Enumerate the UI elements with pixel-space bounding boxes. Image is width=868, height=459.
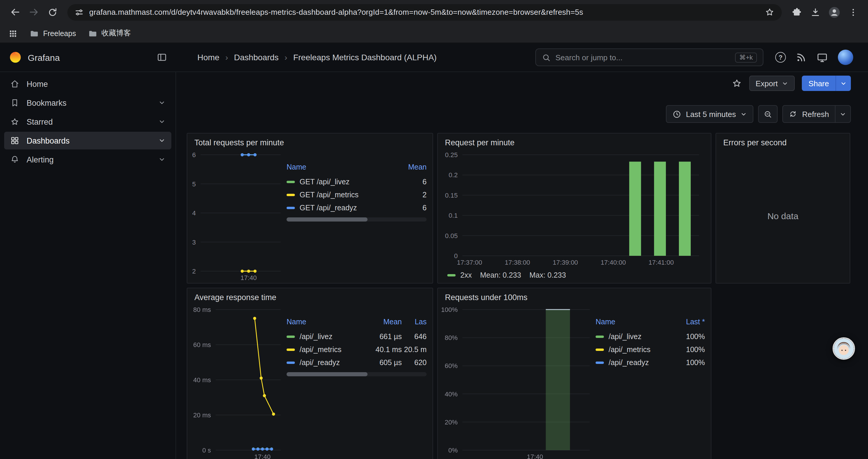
sidebar-item-alerting[interactable]: Alerting bbox=[4, 151, 172, 168]
rss-icon[interactable] bbox=[796, 52, 807, 63]
panel-title[interactable]: Requests under 100ms bbox=[438, 288, 711, 304]
legend-series[interactable]: /api/_readyz bbox=[286, 356, 365, 369]
series-color-dash bbox=[596, 349, 604, 351]
nav-left: Grafana bbox=[0, 51, 176, 64]
sidebar: Home Bookmarks Starred Dashboards bbox=[0, 72, 176, 459]
clock-icon bbox=[673, 109, 681, 119]
series-color-dash bbox=[286, 362, 295, 364]
bookmark-folder-blogs[interactable]: 收藏博客 bbox=[88, 28, 131, 38]
brand-name: Grafana bbox=[28, 52, 60, 62]
svg-text:60%: 60% bbox=[445, 362, 458, 369]
chevron-down-icon[interactable] bbox=[158, 137, 165, 144]
legend-col-name[interactable]: Name bbox=[286, 162, 390, 175]
apps-grid-icon[interactable] bbox=[8, 29, 18, 38]
export-button[interactable]: Export bbox=[749, 76, 795, 91]
search-input[interactable]: Search or jump to... ⌘+k bbox=[535, 48, 764, 66]
zoom-out-icon bbox=[764, 109, 773, 119]
grafana-logo-icon bbox=[9, 51, 22, 64]
legend-col-name[interactable]: Name bbox=[596, 317, 670, 330]
forward-icon bbox=[28, 6, 39, 18]
legend-col-name[interactable]: Name bbox=[286, 317, 365, 330]
panel-total-requests: Total requests per minute 2345617:40 Nam… bbox=[187, 133, 433, 284]
average-response-time-chart[interactable]: 0 s20 ms40 ms60 ms80 ms17:40 bbox=[191, 305, 286, 459]
dashboard-toolbar: Export Share bbox=[176, 74, 868, 92]
site-settings-icon[interactable] bbox=[74, 7, 84, 17]
back-button[interactable] bbox=[6, 3, 24, 21]
svg-text:20 ms: 20 ms bbox=[193, 412, 211, 419]
assistant-avatar-widget[interactable] bbox=[833, 337, 855, 360]
refresh-button[interactable]: Refresh bbox=[783, 105, 836, 123]
sidebar-item-starred[interactable]: Starred bbox=[4, 113, 172, 131]
panel-title[interactable]: Errors per second bbox=[716, 133, 850, 149]
legend-table: Name Mean GET /api/_livez 6 bbox=[286, 150, 427, 283]
url-text[interactable]: grafana.mathmast.com/d/deytv4rwavabkb/fr… bbox=[89, 8, 759, 17]
downloads-button[interactable] bbox=[807, 3, 824, 21]
favorite-star-icon[interactable] bbox=[731, 78, 742, 89]
refresh-split-button: Refresh bbox=[783, 105, 851, 123]
legend-col-mean[interactable]: Mean bbox=[365, 317, 402, 330]
time-range-picker[interactable]: Last 5 minutes bbox=[666, 105, 754, 123]
share-button[interactable]: Share bbox=[802, 76, 836, 91]
help-icon[interactable]: ? bbox=[775, 52, 786, 63]
legend-value: 100% bbox=[670, 330, 705, 343]
chevron-down-icon[interactable] bbox=[158, 118, 165, 125]
sidebar-toggle-icon[interactable] bbox=[157, 52, 167, 63]
legend-col-mean[interactable]: Mean bbox=[390, 162, 427, 175]
refresh-interval-button[interactable] bbox=[836, 105, 851, 123]
legend-series[interactable]: /api/_livez bbox=[596, 330, 670, 343]
share-menu-button[interactable] bbox=[836, 76, 851, 91]
chevron-down-icon[interactable] bbox=[158, 99, 165, 106]
browser-profile-button[interactable] bbox=[826, 3, 843, 21]
legend-series[interactable]: GET /api/_livez bbox=[286, 175, 390, 189]
legend-value: 6 bbox=[390, 201, 427, 215]
bookmark-folder-freeleaps[interactable]: Freeleaps bbox=[30, 29, 76, 38]
legend-col-last[interactable]: Las bbox=[402, 317, 427, 330]
scrollbar-thumb[interactable] bbox=[286, 218, 368, 222]
legend-col-last[interactable]: Last * bbox=[670, 317, 705, 330]
panel-title[interactable]: Average response time bbox=[187, 288, 433, 304]
reload-button[interactable] bbox=[44, 3, 61, 21]
star-icon bbox=[10, 117, 20, 126]
sidebar-item-home[interactable]: Home bbox=[4, 75, 172, 93]
legend-series[interactable]: /api/_livez bbox=[286, 330, 365, 343]
bookmark-star-icon[interactable] bbox=[765, 7, 775, 17]
legend-row: /api/_readyz 605 µs 620 bbox=[286, 356, 427, 369]
scrollbar-thumb[interactable] bbox=[286, 372, 368, 376]
chevron-down-icon[interactable] bbox=[158, 156, 165, 163]
breadcrumb: Home › Dashboards › Freeleaps Metrics Da… bbox=[176, 53, 535, 62]
brand[interactable]: Grafana bbox=[9, 51, 60, 64]
user-avatar[interactable] bbox=[838, 50, 853, 65]
legend-series[interactable]: /api/_metrics bbox=[596, 343, 670, 356]
breadcrumb-home[interactable]: Home bbox=[197, 53, 219, 62]
monitor-icon[interactable] bbox=[816, 52, 828, 63]
zoom-out-button[interactable] bbox=[758, 105, 778, 123]
legend-series[interactable]: GET /api/_metrics bbox=[286, 189, 390, 201]
svg-text:60 ms: 60 ms bbox=[193, 341, 211, 349]
breadcrumb-dashboards[interactable]: Dashboards bbox=[234, 53, 279, 62]
legend-series[interactable]: /api/_readyz bbox=[596, 356, 670, 369]
panel-title[interactable]: Request per minute bbox=[438, 133, 711, 149]
svg-text:17:38:00: 17:38:00 bbox=[505, 259, 530, 266]
legend-scrollbar[interactable] bbox=[286, 218, 427, 222]
requests-under-100ms-chart[interactable]: 0%20%40%60%80%100%17:40 bbox=[441, 305, 596, 459]
panel-row-2: Average response time 0 s20 ms40 ms60 ms… bbox=[187, 288, 868, 459]
refresh-label: Refresh bbox=[802, 109, 829, 119]
sidebar-item-bookmarks[interactable]: Bookmarks bbox=[4, 94, 172, 112]
legend-series[interactable]: GET /api/_readyz bbox=[286, 201, 390, 215]
request-per-minute-chart[interactable]: 00.050.10.150.20.2517:37:0017:38:0017:39… bbox=[441, 150, 705, 268]
legend-scrollbar[interactable] bbox=[286, 372, 427, 376]
legend-value: 661 µs bbox=[365, 330, 402, 343]
svg-text:40 ms: 40 ms bbox=[193, 376, 211, 384]
legend-series[interactable]: /api/_metrics bbox=[286, 343, 365, 356]
address-bar[interactable]: grafana.mathmast.com/d/deytv4rwavabkb/fr… bbox=[67, 4, 782, 21]
total-requests-chart[interactable]: 2345617:40 bbox=[191, 150, 286, 283]
home-icon bbox=[10, 79, 20, 89]
svg-text:17:40:00: 17:40:00 bbox=[601, 259, 626, 266]
extensions-button[interactable] bbox=[788, 3, 805, 21]
legend-series[interactable]: 2xx bbox=[447, 271, 472, 280]
forward-button[interactable] bbox=[25, 3, 42, 21]
panel-title[interactable]: Total requests per minute bbox=[187, 133, 433, 149]
sidebar-item-dashboards[interactable]: Dashboards bbox=[4, 132, 172, 150]
legend-line: 2xx Mean: 0.233 Max: 0.233 bbox=[441, 268, 705, 283]
browser-menu-button[interactable] bbox=[844, 3, 862, 21]
